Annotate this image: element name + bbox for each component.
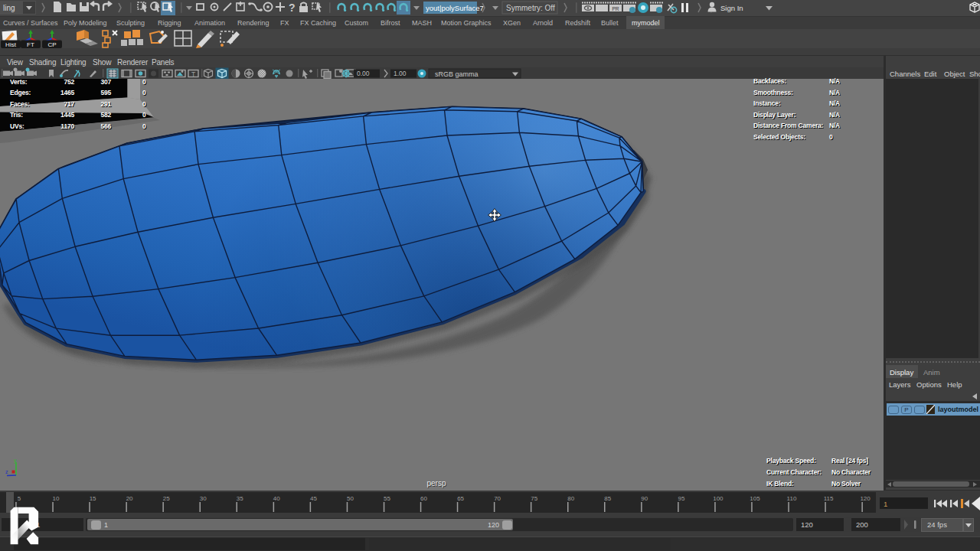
svg-text:sRGB gamma: sRGB gamma	[435, 70, 479, 78]
svg-text:PR: PR	[612, 6, 619, 11]
svg-text:90: 90	[641, 495, 648, 502]
svg-text:45: 45	[310, 495, 317, 502]
svg-text:T: T	[191, 70, 195, 78]
svg-text:z: z	[5, 469, 8, 474]
svg-text:60: 60	[420, 495, 427, 502]
svg-text:?: ?	[289, 2, 296, 14]
svg-text:35: 35	[237, 495, 243, 502]
svg-text:105: 105	[750, 495, 760, 502]
svg-text:Hist: Hist	[5, 41, 17, 48]
svg-text:75: 75	[531, 495, 537, 502]
svg-text:70: 70	[494, 495, 501, 502]
svg-text:CP: CP	[47, 41, 56, 48]
svg-text:80: 80	[567, 495, 574, 502]
svg-text:40: 40	[273, 495, 280, 502]
svg-text:25: 25	[163, 495, 170, 502]
svg-text:120: 120	[860, 495, 871, 502]
svg-text:1.00: 1.00	[394, 70, 407, 77]
svg-text:85: 85	[604, 495, 611, 502]
svg-text:65: 65	[457, 495, 464, 502]
svg-text:55: 55	[384, 495, 390, 502]
svg-text:FT: FT	[27, 41, 34, 48]
svg-text:50: 50	[347, 495, 354, 502]
svg-text:ling: ling	[3, 4, 15, 12]
svg-text:Sign In: Sign In	[720, 4, 743, 12]
svg-text:Symmetry: Off: Symmetry: Off	[506, 4, 555, 12]
svg-text:110: 110	[787, 495, 797, 502]
svg-text:100: 100	[713, 495, 724, 502]
svg-text:95: 95	[678, 495, 684, 502]
svg-text:y: y	[14, 458, 17, 464]
svg-text:yout|polySurface7: yout|polySurface7	[426, 4, 484, 12]
svg-text:115: 115	[824, 495, 834, 502]
svg-text:0.00: 0.00	[357, 70, 370, 77]
svg-text:30: 30	[200, 495, 207, 502]
svg-text:20: 20	[126, 495, 133, 502]
svg-text:15: 15	[90, 495, 96, 502]
